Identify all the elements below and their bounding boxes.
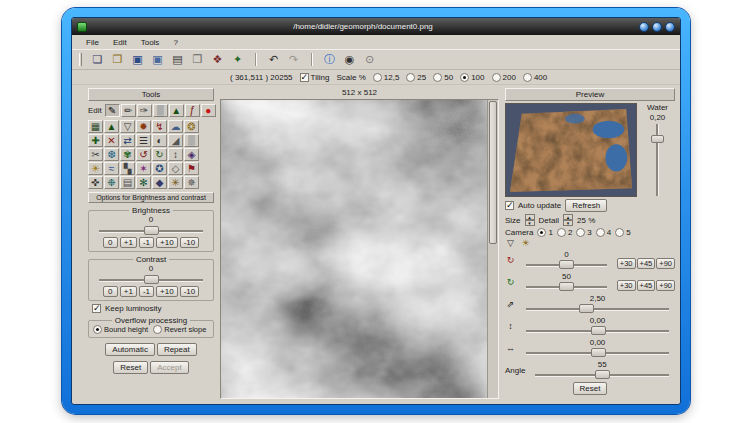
- save-as-icon[interactable]: ▣: [149, 51, 166, 68]
- canvas-vertical-scrollbar[interactable]: [487, 100, 498, 398]
- rotate-y-slider[interactable]: [526, 260, 607, 269]
- spin-down-icon[interactable]: [525, 220, 535, 226]
- noise-brush-tool-icon[interactable]: ▒: [153, 104, 168, 117]
- subdivide-tool-icon[interactable]: ▦: [88, 120, 103, 133]
- rotate-x-icon[interactable]: ↻: [505, 278, 516, 287]
- preview-reset-button[interactable]: Reset: [573, 382, 608, 395]
- rotate-x-plus-90-button[interactable]: +90: [656, 280, 675, 291]
- redo-icon[interactable]: ↷: [285, 51, 302, 68]
- pen-tool-icon[interactable]: ✏: [121, 104, 136, 117]
- undo-icon[interactable]: ↶: [265, 51, 282, 68]
- layers-tool-icon[interactable]: ☰: [136, 134, 151, 147]
- info-icon[interactable]: ⓘ: [321, 51, 338, 68]
- cut-tool-icon[interactable]: ✂: [88, 148, 103, 161]
- glow-tool-icon[interactable]: ❂: [184, 120, 199, 133]
- height-icon[interactable]: ↕: [505, 322, 516, 331]
- target-tool-icon[interactable]: ✪: [152, 162, 167, 175]
- burst-tool-icon[interactable]: ✵: [184, 176, 199, 189]
- gem-tool-icon[interactable]: ◈: [184, 148, 199, 161]
- distance-slider[interactable]: [526, 304, 669, 313]
- repeat-button[interactable]: Repeat: [157, 343, 197, 356]
- rotate-x-slider[interactable]: [526, 282, 607, 291]
- brightness-plus-10-button[interactable]: +10: [156, 237, 178, 248]
- swap-tool-icon[interactable]: ⇄: [120, 134, 135, 147]
- slider-thumb[interactable]: [144, 275, 159, 284]
- tiling-checkbox[interactable]: [300, 73, 309, 82]
- rotate-y-plus-90-button[interactable]: +90: [656, 258, 675, 269]
- slope-tool-icon[interactable]: ◢: [168, 134, 183, 147]
- detail-spinner[interactable]: [563, 214, 573, 226]
- tiling-toggle[interactable]: Tiling: [300, 73, 330, 82]
- noise-tool-icon[interactable]: ▒: [184, 134, 199, 147]
- contrast-slider[interactable]: [99, 275, 203, 284]
- mesh-view-icon[interactable]: ▽: [505, 239, 516, 248]
- app-icon[interactable]: [77, 22, 87, 32]
- valley-tool-icon[interactable]: ▽: [120, 120, 135, 133]
- brightness-minus-1-button[interactable]: -1: [139, 237, 154, 248]
- brightness-plus-1-button[interactable]: +1: [120, 237, 137, 248]
- crater-tool-icon[interactable]: ✹: [136, 120, 151, 133]
- slider-thumb[interactable]: [591, 348, 606, 357]
- menu-item[interactable]: File: [80, 37, 105, 48]
- add-tool-icon[interactable]: ✚: [88, 134, 103, 147]
- brightness-set-0-button[interactable]: 0: [103, 237, 118, 248]
- refresh-button[interactable]: Refresh: [565, 199, 607, 212]
- contrast-tool-icon[interactable]: ◐: [152, 134, 167, 147]
- mountain-tool-icon[interactable]: ▲: [104, 120, 119, 133]
- rotate-y-icon[interactable]: ↻: [505, 256, 516, 265]
- clouds-tool-icon[interactable]: ☁: [168, 120, 183, 133]
- terrain-brush-tool-icon[interactable]: ▲: [169, 104, 184, 117]
- scrollbar-thumb[interactable]: [489, 101, 497, 244]
- flag-tool-icon[interactable]: ⚑: [184, 162, 199, 175]
- keep-luminosity-toggle[interactable]: Keep luminosity: [88, 304, 214, 313]
- open-icon[interactable]: ❐: [109, 51, 126, 68]
- brightness-minus-10-button[interactable]: -10: [180, 237, 200, 248]
- organic-tool-icon[interactable]: ✾: [120, 148, 135, 161]
- palette-icon[interactable]: ❖: [209, 51, 226, 68]
- titlebar[interactable]: /home/didier/geomorph/document0.png: [72, 18, 680, 35]
- new-document-icon[interactable]: ❏: [89, 51, 106, 68]
- save-icon[interactable]: ▣: [129, 51, 146, 68]
- camera-option-1[interactable]: 1: [537, 228, 552, 237]
- rotate-left-tool-icon[interactable]: ↺: [136, 148, 151, 161]
- revert-slope-option[interactable]: Revert slope: [153, 325, 206, 334]
- rotate-y-plus-30-button[interactable]: +30: [617, 258, 636, 269]
- scale-option-200[interactable]: 200: [492, 73, 516, 82]
- menu-item[interactable]: ?: [167, 37, 183, 48]
- camera-option-2[interactable]: 2: [557, 228, 572, 237]
- minimize-button[interactable]: [639, 22, 649, 32]
- scatter-tool-icon[interactable]: ✻: [136, 176, 151, 189]
- heightmap-canvas[interactable]: [221, 100, 487, 398]
- diamond-tool-icon[interactable]: ◇: [168, 162, 183, 175]
- brightness-slider[interactable]: [99, 226, 203, 235]
- slider-thumb[interactable]: [595, 370, 610, 379]
- solid-tool-icon[interactable]: ◆: [152, 176, 167, 189]
- water-slider[interactable]: [651, 123, 664, 197]
- contrast-set-0-button[interactable]: 0: [103, 286, 118, 297]
- contrast-plus-10-button[interactable]: +10: [156, 286, 178, 297]
- height-slider[interactable]: [526, 326, 669, 335]
- camera-option-3[interactable]: 3: [576, 228, 591, 237]
- snapshot-icon[interactable]: ◉: [341, 51, 358, 68]
- slider-thumb[interactable]: [559, 260, 574, 269]
- toolbar-grip[interactable]: [79, 53, 82, 66]
- preview-3d-view[interactable]: [505, 103, 637, 197]
- bound-height-option[interactable]: Bound height: [93, 325, 148, 334]
- scale-option-400[interactable]: 400: [523, 73, 547, 82]
- size-spinner[interactable]: [525, 214, 535, 226]
- angle-slider[interactable]: [535, 370, 669, 379]
- sun-tool-icon[interactable]: ☀: [88, 162, 103, 175]
- star-tool-icon[interactable]: ✶: [136, 162, 151, 175]
- contrast-plus-1-button[interactable]: +1: [120, 286, 137, 297]
- rotate-x-plus-30-button[interactable]: +30: [617, 280, 636, 291]
- camera-option-4[interactable]: 4: [596, 228, 611, 237]
- scale-option-100[interactable]: 100: [460, 73, 484, 82]
- scale-option-25[interactable]: 25: [406, 73, 426, 82]
- slider-thumb[interactable]: [559, 282, 574, 291]
- slider-thumb[interactable]: [651, 135, 664, 143]
- fault-tool-icon[interactable]: ↯: [152, 120, 167, 133]
- sparkle-tool-icon[interactable]: ❉: [104, 176, 119, 189]
- settings-icon[interactable]: ✦: [229, 51, 246, 68]
- maximize-button[interactable]: [652, 22, 662, 32]
- nib-tool-icon[interactable]: ✑: [137, 104, 152, 117]
